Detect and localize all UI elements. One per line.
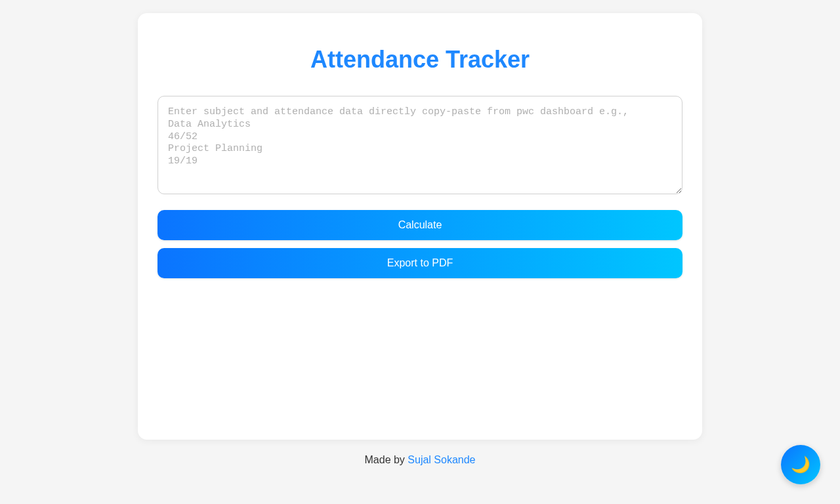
attendance-input[interactable]: [158, 96, 682, 194]
moon-icon: 🌙: [791, 455, 810, 474]
page-title: Attendance Tracker: [158, 46, 682, 74]
main-container: Attendance Tracker Calculate Export to P…: [138, 13, 702, 440]
footer: Made by Sujal Sokande: [0, 454, 840, 466]
calculate-button[interactable]: Calculate: [158, 210, 682, 240]
author-link[interactable]: Sujal Sokande: [408, 454, 475, 465]
export-pdf-button[interactable]: Export to PDF: [158, 248, 682, 278]
footer-prefix: Made by: [365, 454, 408, 465]
theme-toggle-button[interactable]: 🌙: [781, 445, 820, 484]
